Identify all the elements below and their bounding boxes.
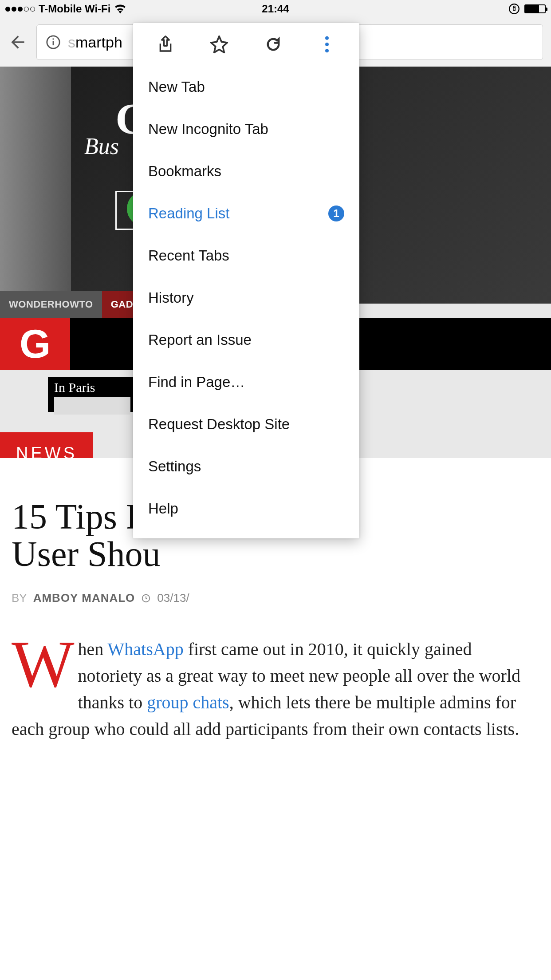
reading-list-badge: 1 — [328, 205, 344, 221]
bookmark-star-button[interactable] — [206, 31, 232, 58]
nav-wonderhowto[interactable]: WONDERHOWTO — [0, 291, 102, 318]
menu-item-label: Settings — [148, 458, 201, 475]
svg-rect-3 — [53, 39, 54, 40]
menu-item-label: Request Desktop Site — [148, 416, 290, 433]
svg-point-0 — [509, 4, 519, 14]
article-body: When WhatsApp first came out in 2010, it… — [12, 636, 539, 743]
menu-item-bookmarks[interactable]: Bookmarks — [133, 150, 359, 192]
carrier-label: T-Mobile Wi-Fi — [39, 3, 110, 15]
menu-item-label: Bookmarks — [148, 163, 221, 180]
menu-item-new-tab[interactable]: New Tab — [133, 66, 359, 108]
menu-item-reading-list[interactable]: Reading List1 — [133, 192, 359, 234]
share-button[interactable] — [152, 31, 179, 58]
svg-rect-2 — [53, 41, 54, 45]
menu-item-label: Find in Page… — [148, 374, 245, 391]
svg-point-5 — [325, 36, 329, 40]
clock: 21:44 — [262, 3, 289, 15]
menu-item-label: Help — [148, 500, 178, 517]
menu-toolbar — [133, 23, 359, 66]
back-button[interactable] — [8, 32, 28, 52]
menu-item-label: New Tab — [148, 79, 205, 95]
wifi-icon — [114, 4, 126, 14]
signal-dots — [5, 7, 35, 12]
menu-item-request-desktop-site[interactable]: Request Desktop Site — [133, 403, 359, 445]
site-logo[interactable]: G — [0, 318, 70, 370]
menu-item-label: Recent Tabs — [148, 247, 229, 264]
menu-item-settings[interactable]: Settings — [133, 445, 359, 487]
clock-icon — [141, 593, 151, 603]
status-left: T-Mobile Wi-Fi — [5, 3, 126, 15]
article-date: 03/13/ — [157, 591, 189, 605]
more-button[interactable] — [314, 31, 340, 58]
menu-item-label: Report an Issue — [148, 332, 252, 348]
battery-icon — [524, 4, 546, 13]
link-group-chats[interactable]: group chats — [147, 692, 229, 712]
url-text: smartph — [68, 34, 122, 51]
reload-button[interactable] — [260, 31, 287, 58]
svg-point-7 — [325, 49, 329, 52]
overflow-menu: New TabNew Incognito TabBookmarksReading… — [133, 23, 359, 538]
status-right — [508, 3, 546, 15]
menu-item-label: Reading List — [148, 205, 229, 222]
menu-item-report-an-issue[interactable]: Report an Issue — [133, 319, 359, 361]
menu-item-find-in-page[interactable]: Find in Page… — [133, 361, 359, 403]
byline: BY AMBOY MANALO 03/13/ — [12, 591, 539, 605]
menu-item-recent-tabs[interactable]: Recent Tabs — [133, 234, 359, 277]
status-bar: T-Mobile Wi-Fi 21:44 — [0, 0, 551, 18]
menu-item-history[interactable]: History — [133, 277, 359, 319]
menu-item-label: History — [148, 289, 194, 306]
menu-item-help[interactable]: Help — [133, 487, 359, 530]
orientation-lock-icon — [508, 3, 520, 15]
menu-item-label: New Incognito Tab — [148, 121, 268, 138]
site-info-icon[interactable] — [46, 35, 61, 50]
author-name[interactable]: AMBOY MANALO — [33, 591, 135, 605]
menu-item-new-incognito-tab[interactable]: New Incognito Tab — [133, 108, 359, 150]
svg-point-6 — [325, 43, 329, 46]
paris-widget: In Paris — [48, 377, 137, 412]
link-whatsapp[interactable]: WhatsApp — [108, 639, 184, 659]
